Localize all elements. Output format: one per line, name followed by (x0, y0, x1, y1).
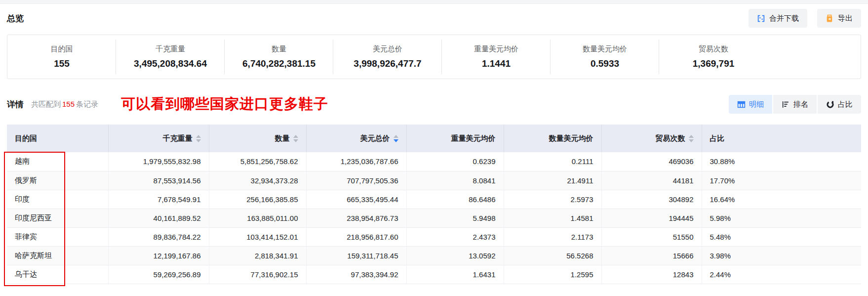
match-record-text: 共匹配到155条记录 (31, 100, 98, 109)
stat-label: 重量美元均价 (442, 44, 551, 54)
cell-country: 俄罗斯 (7, 171, 108, 190)
cell-value: 256,166,385.85 (209, 190, 306, 209)
sort-caret-icon[interactable] (689, 135, 694, 142)
cell-value: 163,885,011.00 (209, 209, 306, 227)
cell-value: 238,954,876.73 (306, 209, 406, 227)
stat-value: 3,495,208,834.64 (116, 58, 225, 69)
cell-value: 2.1173 (504, 227, 601, 246)
cell-country: 菲律宾 (7, 227, 108, 246)
column-header-label: 占比 (710, 134, 725, 143)
cell-value: 2,818,341.91 (209, 246, 306, 265)
column-header-美元总价[interactable]: 美元总价 (306, 125, 406, 152)
column-header-千克重量[interactable]: 千克重量 (108, 125, 209, 152)
cell-country: 印度尼西亚 (7, 209, 108, 227)
cell-value: 103,414,152.01 (209, 227, 306, 246)
cell-value: 469036 (601, 152, 702, 171)
cell-value: 665,335,495.44 (306, 190, 406, 209)
cell-value: 13.0592 (406, 246, 504, 265)
cell-value: 56.5268 (504, 246, 601, 265)
sort-ascending-icon[interactable] (689, 135, 694, 138)
sort-ascending-icon[interactable] (293, 135, 298, 138)
stat-item: 数量6,740,282,381.15 (225, 42, 333, 71)
table-header-row: 目的国千克重量数量美元总价重量美元均价数量美元均价贸易次数占比 (7, 125, 861, 152)
column-header-inner: 目的国 (15, 134, 100, 143)
cell-value: 1,235,036,787.66 (306, 152, 406, 171)
table-row[interactable]: 印度7,678,549.91256,166,385.85665,335,495.… (7, 190, 861, 209)
column-header-inner: 数量 (217, 134, 298, 143)
table-row[interactable]: 哈萨克斯坦12,199,167.862,818,341.91159,311,71… (7, 246, 861, 265)
column-header-数量美元均价: 数量美元均价 (504, 125, 601, 152)
merge-download-button[interactable]: 合并下载 (749, 9, 807, 28)
view-tab-label: 明细 (749, 100, 764, 109)
column-header-label: 贸易次数 (656, 134, 685, 143)
cell-value: 304892 (601, 190, 702, 209)
sort-ascending-icon[interactable] (394, 135, 398, 138)
cell-country: 印度 (7, 190, 108, 209)
cell-value: 5.9498 (406, 209, 504, 227)
table-row[interactable]: 俄罗斯87,553,914.5632,934,373.28707,797,505… (7, 171, 861, 190)
column-header-inner: 美元总价 (315, 134, 398, 143)
stat-item: 目的国155 (7, 42, 116, 71)
cell-value: 15666 (601, 246, 702, 265)
cell-country: 越南 (7, 152, 108, 171)
cell-value: 77,316,902.15 (209, 265, 306, 284)
sort-descending-icon[interactable] (293, 139, 298, 142)
stat-value: 6,740,282,381.15 (225, 58, 333, 69)
table-row[interactable]: 印度尼西亚40,161,889.52163,885,011.00238,954,… (7, 209, 861, 227)
table-row[interactable]: 菲律宾89,836,784.22103,414,152.01218,956,81… (7, 227, 861, 246)
cell-value: 5.98% (702, 209, 861, 227)
cell-value: 707,797,505.36 (306, 171, 406, 190)
column-header-占比: 占比 (702, 125, 861, 152)
column-header-贸易次数[interactable]: 贸易次数 (601, 125, 702, 152)
table-wrap: 目的国千克重量数量美元总价重量美元均价数量美元均价贸易次数占比 越南1,979,… (7, 125, 861, 284)
view-toggle-group: 明细排名占比 (729, 95, 861, 114)
overview-header: 总览 合并下载 (7, 8, 861, 28)
table-row[interactable]: 乌干达59,269,256.8977,316,902.1597,383,394.… (7, 265, 861, 284)
sort-ascending-icon[interactable] (196, 135, 201, 138)
match-count: 155 (61, 100, 76, 108)
table-body: 越南1,979,555,832.985,851,256,758.621,235,… (7, 152, 861, 284)
cell-value: 30.88% (702, 152, 861, 171)
cell-value: 5,851,256,758.62 (209, 152, 306, 171)
cell-value: 51550 (601, 227, 702, 246)
cell-value: 12,199,167.86 (108, 246, 209, 265)
cell-country: 乌干达 (7, 265, 108, 284)
sort-descending-icon[interactable] (689, 139, 694, 142)
stat-value: 0.5933 (551, 58, 659, 69)
cell-value: 2.44% (702, 265, 861, 284)
column-header-label: 目的国 (15, 134, 37, 143)
view-tab-明细[interactable]: 明细 (729, 95, 772, 114)
sort-caret-icon[interactable] (196, 135, 201, 142)
cell-value: 86.6486 (406, 190, 504, 209)
detail-table: 目的国千克重量数量美元总价重量美元均价数量美元均价贸易次数占比 越南1,979,… (7, 125, 861, 284)
cell-value: 5.48% (702, 227, 861, 246)
cell-value: 1.2595 (504, 265, 601, 284)
match-prefix: 共匹配到 (31, 100, 61, 108)
column-header-数量[interactable]: 数量 (209, 125, 306, 152)
sort-descending-icon[interactable] (196, 139, 201, 142)
stat-label: 千克重量 (116, 44, 225, 54)
detail-header: 详情 共匹配到155条记录 可以看到哪些国家进口更多鞋子 明细排名占比 (7, 94, 861, 114)
view-tab-label: 排名 (793, 100, 808, 109)
sort-caret-icon[interactable] (394, 135, 398, 142)
stat-item: 美元总价3,998,926,477.7 (333, 42, 442, 71)
column-header-inner: 占比 (710, 134, 854, 143)
export-button[interactable]: 导出 (817, 9, 861, 28)
column-header-inner: 数量美元均价 (512, 134, 593, 143)
view-tab-排名[interactable]: 排名 (773, 95, 817, 114)
top-strip (0, 0, 868, 4)
cell-value: 1,979,555,832.98 (108, 152, 209, 171)
cell-value: 97,383,394.92 (306, 265, 406, 284)
cell-value: 21.4911 (504, 171, 601, 190)
stat-item: 贸易次数1,369,791 (659, 42, 768, 71)
sort-descending-icon[interactable] (394, 139, 398, 142)
export-icon (826, 14, 834, 23)
stat-item: 重量美元均价1.1441 (442, 42, 551, 71)
column-header-inner: 重量美元均价 (415, 134, 496, 143)
sort-caret-icon[interactable] (293, 135, 298, 142)
cell-value: 89,836,784.22 (108, 227, 209, 246)
view-tab-占比[interactable]: 占比 (818, 95, 861, 114)
table-row[interactable]: 越南1,979,555,832.985,851,256,758.621,235,… (7, 152, 861, 171)
cell-country: 哈萨克斯坦 (7, 246, 108, 265)
cell-value: 59,269,256.89 (108, 265, 209, 284)
